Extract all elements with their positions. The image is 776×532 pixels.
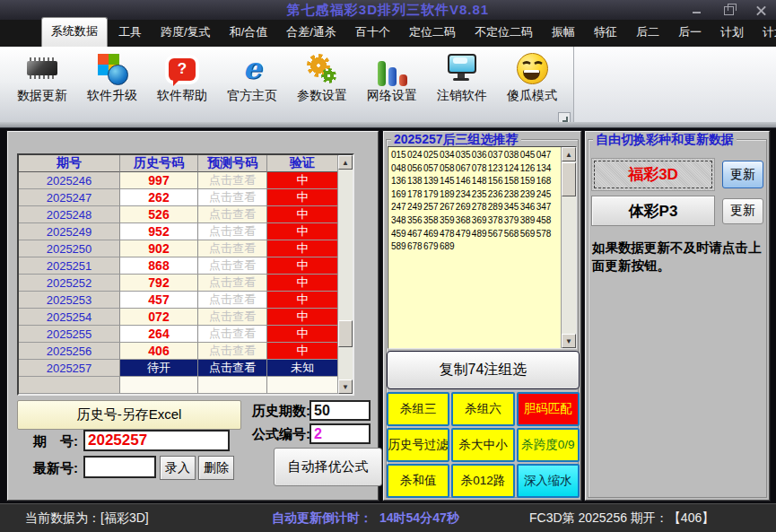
tab-不定位二码[interactable]: 不定位二码 [466, 19, 541, 47]
tab-定位二码[interactable]: 定位二码 [401, 19, 464, 47]
toolbar-button-注销软件[interactable]: 注销软件 [427, 50, 497, 104]
cell-pred[interactable]: 点击查看 [198, 343, 267, 360]
update-button-体彩P3[interactable]: 更新 [722, 198, 763, 224]
table-row: 2025256406点击查看中 [19, 343, 337, 360]
cell-empty [267, 377, 337, 394]
cell-pred[interactable]: 点击查看 [198, 275, 267, 292]
recommend-scrollbar[interactable]: ▲ ▼ [561, 147, 576, 348]
countdown-status: 自动更新倒计时：14时54分47秒 [272, 510, 459, 527]
toolbar-button-官方主页[interactable]: e官方主页 [217, 50, 287, 104]
column-header: 期号 [19, 155, 120, 172]
tab-后二[interactable]: 后二 [628, 19, 667, 47]
cell-issue[interactable]: 2025252 [19, 275, 120, 292]
cell-ver: 中 [267, 343, 337, 360]
cell-empty [19, 377, 120, 394]
cell-pred[interactable]: 点击查看 [198, 172, 267, 189]
cell-issue[interactable]: 2025257 [19, 360, 120, 377]
table-row: 2025249952点击查看中 [19, 223, 337, 240]
scrollbar-thumb[interactable] [562, 162, 576, 196]
tab-特征[interactable]: 特征 [586, 19, 625, 47]
minimize-icon[interactable] [686, 2, 706, 18]
delete-button[interactable]: 删除 [198, 456, 234, 480]
cell-pred[interactable]: 点击查看 [198, 292, 267, 309]
scroll-down-icon[interactable]: ▼ [338, 379, 353, 394]
history-count-input[interactable] [310, 400, 371, 421]
draw-result-status: FC3D第 2025256 期开：【406】 [529, 510, 714, 527]
tab-振幅[interactable]: 振幅 [544, 19, 583, 47]
cell-issue[interactable]: 2025246 [19, 172, 120, 189]
tab-工具[interactable]: 工具 [110, 19, 150, 47]
toolbar-button-label: 注销软件 [437, 88, 487, 104]
cell-empty [198, 377, 267, 394]
scroll-up-icon[interactable]: ▲ [338, 155, 353, 170]
gears-icon [287, 50, 357, 86]
tab-系统数据[interactable]: 系统数据 [41, 17, 108, 47]
tab-百十个[interactable]: 百十个 [347, 19, 398, 47]
filter-button-杀012路[interactable]: 杀012路 [451, 464, 514, 498]
tab-合差/通杀[interactable]: 合差/通杀 [278, 19, 344, 47]
latest-number-input[interactable] [83, 456, 156, 478]
toolbar-button-网络设置[interactable]: 网络设置 [357, 50, 427, 104]
toolbar-button-label: 官方主页 [227, 88, 277, 104]
tab-跨度/复式[interactable]: 跨度/复式 [153, 19, 219, 47]
scroll-down-icon[interactable]: ▼ [562, 334, 576, 348]
recommend-numbers-box[interactable]: 015 024 025 034 035 036 037 038 045 047 … [388, 146, 577, 349]
cell-pred[interactable]: 点击查看 [198, 189, 267, 206]
filter-button-杀跨度0/9[interactable]: 杀跨度0/9 [517, 428, 580, 462]
cell-issue[interactable]: 2025249 [19, 223, 120, 240]
maximize-icon[interactable] [719, 2, 738, 18]
toolbar-button-label: 数据更新 [17, 88, 67, 104]
toolbar-button-label: 网络设置 [367, 88, 417, 104]
cell-pred[interactable]: 点击查看 [198, 257, 267, 275]
tab-和/合值[interactable]: 和/合值 [222, 19, 276, 47]
cell-pred[interactable]: 点击查看 [198, 326, 267, 343]
cell-hist: 997 [120, 172, 198, 189]
formula-number-input[interactable] [310, 423, 371, 444]
save-excel-button[interactable]: 历史号-另存Excel [17, 400, 241, 430]
auto-formula-button[interactable]: 自动择优公式 [274, 448, 382, 486]
issue-input[interactable] [83, 430, 230, 451]
cell-issue[interactable]: 2025251 [19, 257, 120, 275]
cell-hist: 406 [120, 343, 198, 360]
toolbar-button-数据更新[interactable]: 数据更新 [7, 50, 77, 104]
filter-button-杀大中小[interactable]: 杀大中小 [451, 428, 514, 462]
toolbar-button-参数设置[interactable]: 参数设置 [287, 50, 357, 104]
tab-后一[interactable]: 后一 [670, 19, 710, 47]
cell-pred[interactable]: 点击查看 [198, 309, 267, 326]
lottery-button-福彩3D[interactable]: 福彩3D [591, 158, 715, 191]
cell-pred[interactable]: 点击查看 [198, 223, 267, 240]
toolbar-button-软件帮助[interactable]: ?软件帮助 [147, 50, 217, 104]
cell-issue[interactable]: 2025254 [19, 309, 120, 326]
cell-issue[interactable]: 2025253 [19, 292, 120, 309]
table-row: 2025255264点击查看中 [19, 326, 337, 343]
filter-button-深入缩水[interactable]: 深入缩水 [517, 464, 580, 498]
copy-groups-button[interactable]: 复制74注组选 [387, 351, 580, 389]
scrollbar-thumb[interactable] [338, 320, 353, 347]
table-scrollbar[interactable]: ▲ ▼ [337, 155, 353, 394]
cell-pred[interactable]: 点击查看 [198, 360, 267, 377]
filter-button-历史号过滤[interactable]: 历史号过滤 [387, 428, 449, 462]
filter-button-胆码匹配[interactable]: 胆码匹配 [517, 392, 580, 426]
cell-ver: 中 [267, 257, 337, 275]
cell-pred[interactable]: 点击查看 [198, 206, 267, 223]
cell-issue[interactable]: 2025247 [19, 189, 120, 206]
enter-button[interactable]: 录入 [160, 456, 196, 480]
cell-pred[interactable]: 点击查看 [198, 240, 267, 257]
recommend-numbers[interactable]: 015 024 025 034 035 036 037 038 045 047 … [388, 147, 561, 348]
close-icon[interactable] [751, 2, 771, 18]
lottery-button-体彩P3[interactable]: 体彩P3 [591, 196, 715, 226]
update-button-福彩3D[interactable]: 更新 [722, 161, 763, 188]
toolbar-button-傻瓜模式[interactable]: 傻瓜模式 [497, 50, 567, 104]
filter-button-杀组三[interactable]: 杀组三 [387, 392, 449, 426]
cell-issue[interactable]: 2025250 [19, 240, 120, 257]
cell-issue[interactable]: 2025248 [19, 206, 120, 223]
tab-计划[interactable]: 计划 [712, 19, 752, 47]
toolbar-button-软件升级[interactable]: 软件升级 [77, 50, 147, 104]
filter-button-杀组六[interactable]: 杀组六 [451, 392, 514, 426]
scroll-up-icon[interactable]: ▲ [562, 147, 576, 161]
cell-issue[interactable]: 2025256 [19, 343, 120, 360]
tab-计划2[interactable]: 计划2 [754, 19, 776, 47]
cell-issue[interactable]: 2025255 [19, 326, 120, 343]
monitor-icon [427, 50, 497, 86]
filter-button-杀和值[interactable]: 杀和值 [387, 464, 449, 498]
